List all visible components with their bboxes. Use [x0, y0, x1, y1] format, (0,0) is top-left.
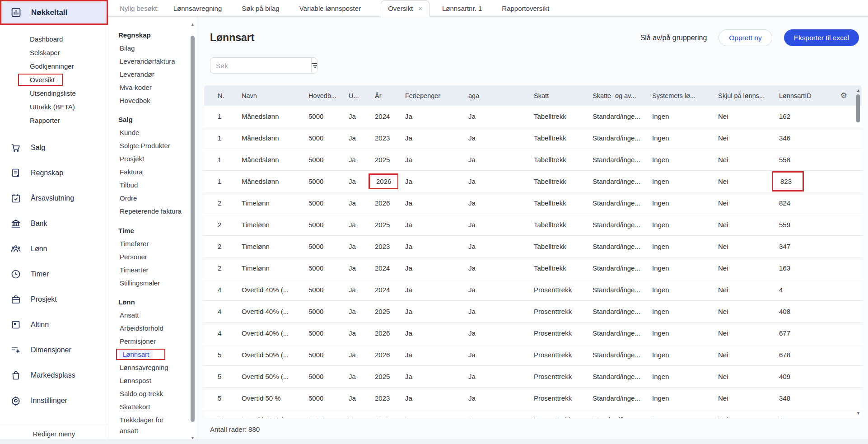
cell-skjul-p-l-nns: Nei	[711, 366, 772, 387]
cell-systemets-l: Ingen	[645, 322, 711, 344]
column-header-l-nnsartid[interactable]: LønnsartID	[772, 85, 831, 106]
cell-skatt: Prosenttrekk	[527, 388, 586, 409]
sidebar-header-nokkeltall[interactable]: Nøkkeltall	[0, 0, 108, 25]
toggle-grouping-link[interactable]: Slå av/på gruppering	[640, 34, 707, 42]
cell-n: 2	[204, 257, 235, 279]
table-row[interactable]: 1Månedslønn5000Ja2023JaJaTabelltrekkStan…	[204, 127, 862, 149]
cell-l-nnsartid: 4	[772, 279, 831, 300]
column-header-skatt[interactable]: Skatt	[527, 85, 586, 106]
cell-feriepenger: Ja	[398, 192, 462, 214]
search-input[interactable]	[210, 58, 311, 73]
cell-skatt: Tabelltrekk	[527, 171, 586, 192]
cell-value: Nei	[718, 394, 728, 402]
recent-item-rapportoversikt[interactable]: Rapportoversikt	[502, 5, 549, 12]
cell-value: Nei	[718, 221, 728, 229]
create-new-button[interactable]: Opprett ny	[719, 29, 772, 46]
sidebar-item-uttrekk-beta[interactable]: Uttrekk (BETA)	[0, 100, 108, 113]
table-row[interactable]: 2Timelønn5000Ja2024JaJaTabelltrekkStanda…	[204, 257, 862, 279]
cell-l-nnsartid: 348	[772, 388, 831, 409]
column-header-systemets-l[interactable]: Systemets lø...	[645, 85, 711, 106]
clock-icon	[10, 269, 21, 280]
table-row[interactable]: 5Overtid 50% (...5000Ja2026JaJaProsenttr…	[204, 344, 862, 366]
table-row[interactable]: 2Timelønn5000Ja2023JaJaTabelltrekkStanda…	[204, 236, 862, 257]
cell-value: Ja	[349, 351, 356, 359]
cell-value: Ja	[349, 286, 356, 294]
row-count: Antall rader: 880	[210, 425, 868, 433]
column-header-hovedb[interactable]: Hovedb...	[302, 85, 342, 106]
table-row[interactable]: 4Overtid 40% (...5000Ja2025JaJaProsenttr…	[204, 301, 862, 322]
cell-value: 2026	[375, 329, 390, 337]
table-row[interactable]: 5Overtid 50% (...5000Ja2025JaJaProsenttr…	[204, 366, 862, 388]
table-row[interactable]: 4Overtid 40% (...5000Ja2026JaJaProsenttr…	[204, 322, 862, 344]
cell-value: 163	[779, 264, 790, 272]
content-area: Lønnsart Slå av/på gruppering Opprett ny…	[197, 17, 868, 444]
sidebar-item-label: Regnskap	[31, 169, 63, 177]
sidebar-item-rapporter[interactable]: Rapporter	[0, 113, 108, 127]
sidebar-item-timer[interactable]: Timer	[0, 262, 108, 287]
cell-value: 2025	[375, 373, 390, 380]
sidebar-sub-menu: DashboardSelskaperGodkjenningerOversiktU…	[0, 25, 108, 129]
cell-value: Overtid 40% (...	[242, 308, 289, 315]
export-excel-button[interactable]: Eksporter til excel	[784, 29, 859, 46]
column-header-skjul-p-l-nns[interactable]: Skjul på lønns...	[711, 85, 772, 106]
column-header-feriepenger[interactable]: Feriepenger	[398, 85, 462, 106]
sidebar-item-l-nn[interactable]: Lønn	[0, 236, 108, 262]
briefcase-icon	[10, 294, 21, 305]
column-header-navn[interactable]: Navn	[235, 85, 302, 106]
table-row[interactable]: 1Månedslønn5000Ja2025JaJaTabelltrekkStan…	[204, 149, 862, 171]
cell-value: Ja	[468, 416, 476, 418]
recent-item-s-k-p-bilag[interactable]: Søk på bilag	[242, 5, 279, 12]
cell-systemets-l: Ingen	[645, 279, 711, 300]
recent-item-l-nnsartnr-1[interactable]: Lønnsartnr. 1	[442, 5, 482, 12]
sidebar-item-markedsplass[interactable]: Markedsplass	[0, 363, 108, 388]
sidebar-item-rsavslutning[interactable]: Årsavslutning	[0, 186, 108, 211]
sidebar-item-bank[interactable]: Bank	[0, 211, 108, 236]
column-header-n[interactable]: N.	[204, 85, 235, 106]
table-row[interactable]: 2Timelønn5000Ja2026JaJaTabelltrekkStanda…	[204, 192, 862, 214]
recent-item-l-nnsavregning[interactable]: Lønnsavregning	[173, 5, 222, 12]
table-row[interactable]: 1Månedslønn5000Ja2024JaJaTabelltrekkStan…	[204, 106, 862, 127]
column-header-aga[interactable]: aga	[462, 85, 527, 106]
primary-sidebar: Nøkkeltall DashboardSelskaperGodkjenning…	[0, 0, 108, 444]
table-row[interactable]: 1Månedslønn5000Ja2026JaJaTabelltrekkStan…	[204, 171, 862, 192]
scroll-down-icon[interactable]: ▼	[856, 411, 860, 416]
sidebar-item-godkjenninger[interactable]: Godkjenninger	[0, 59, 108, 73]
table-row[interactable]: 5Overtid 50 %5000Ja2023JaJaProsenttrekkS…	[204, 388, 862, 409]
cell-value: Nei	[718, 286, 728, 294]
cell-value: 5000	[308, 221, 323, 229]
cell-n: 1	[204, 127, 235, 149]
column-header-skatte-og-av[interactable]: Skatte- og av...	[586, 85, 645, 106]
sidebar-item-innstillinger[interactable]: Innstillinger	[0, 388, 108, 413]
cell-aga: Ja	[462, 214, 527, 235]
cell-value: Ja	[349, 134, 356, 142]
sidebar-item-oversikt[interactable]: Oversikt	[0, 73, 108, 86]
cell-skatte-og-av: Standard/inge...	[586, 279, 645, 300]
cell-value: Prosenttrekk	[534, 373, 572, 380]
sidebar-item-prosjekt[interactable]: Prosjekt	[0, 287, 108, 312]
table-row[interactable]: 4Overtid 40% (...5000Ja2024JaJaProsenttr…	[204, 279, 862, 301]
cell-u: Ja	[342, 301, 368, 322]
filter-button[interactable]	[311, 58, 317, 73]
table-row[interactable]: 5Overtid 50% (...5000Ja2024JaJaProsenttr…	[204, 409, 862, 418]
cell-l-nnsartid: 5	[772, 409, 831, 418]
tab-oversikt[interactable]: Oversikt×	[381, 0, 429, 17]
sidebar-item-salg[interactable]: Salg	[0, 135, 108, 160]
recent-item-variable-l-nnsposter[interactable]: Variable lønnsposter	[299, 5, 361, 12]
scrollbar-thumb[interactable]	[856, 94, 860, 122]
sidebar-item-utsendingsliste[interactable]: Utsendingsliste	[0, 86, 108, 100]
column-header-r[interactable]: År	[368, 85, 398, 106]
table-row[interactable]: 2Timelønn5000Ja2025JaJaTabelltrekkStanda…	[204, 214, 862, 236]
sidebar-item-dashboard[interactable]: Dashboard	[0, 32, 108, 46]
scroll-up-icon[interactable]: ▲	[856, 88, 860, 93]
close-icon[interactable]: ×	[418, 5, 422, 12]
cell-value: Overtid 40% (...	[242, 286, 289, 294]
cell-skatte-og-av: Standard/inge...	[586, 388, 645, 409]
sidebar-item-selskaper[interactable]: Selskaper	[0, 46, 108, 59]
cell-r: 2025	[368, 366, 398, 387]
sidebar-item-regnskap[interactable]: Regnskap	[0, 160, 108, 186]
table-scrollbar[interactable]: ▲ ▼	[855, 87, 861, 416]
sidebar-item-altinn[interactable]: Altinn	[0, 312, 108, 337]
gear-icon: ⚙	[840, 91, 847, 100]
sidebar-item-dimensjoner[interactable]: Dimensjoner	[0, 337, 108, 363]
column-header-u[interactable]: U...	[342, 85, 368, 106]
